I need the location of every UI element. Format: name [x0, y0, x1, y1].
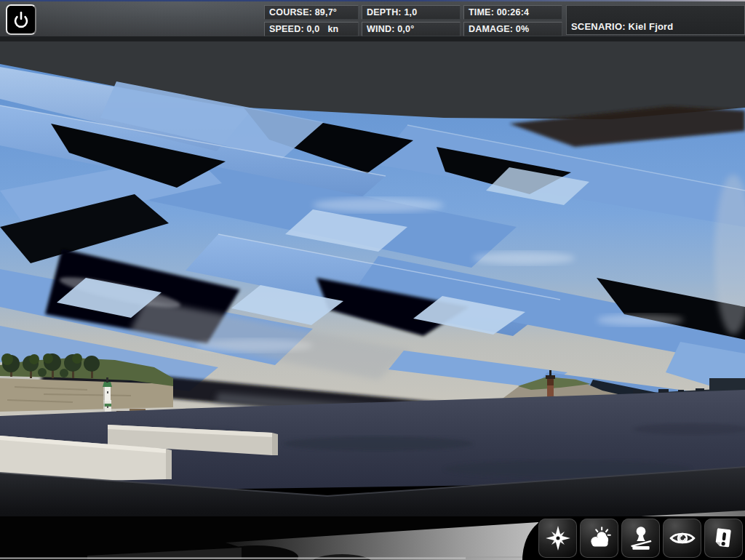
view-button[interactable]	[663, 519, 701, 558]
eye-icon	[669, 524, 696, 552]
time-readout: TIME: 00:26:4	[463, 5, 562, 20]
depth-readout: DEPTH: 1,0	[362, 5, 461, 20]
course-readout: COURSE: 89,7°	[264, 5, 359, 20]
compass-rose-icon	[544, 524, 572, 552]
stamp-icon	[627, 524, 655, 552]
scene-render	[0, 36, 745, 560]
compass-button[interactable]	[538, 519, 577, 558]
wind-readout: WIND: 0,0°	[362, 22, 461, 36]
letterbox-strip	[0, 36, 745, 41]
power-button[interactable]	[6, 4, 36, 35]
scenario-readout: SCENARIO: Kiel Fjord	[566, 5, 745, 35]
stamp-button[interactable]	[621, 519, 660, 558]
document-exclamation-icon	[710, 524, 738, 552]
power-icon	[12, 10, 31, 29]
scene-3d-view[interactable]	[0, 36, 745, 560]
weather-button[interactable]	[580, 519, 618, 558]
damage-readout: DAMAGE: 0%	[463, 22, 562, 36]
scenario-label: SCENARIO: Kiel Fjord	[571, 21, 674, 32]
hud-bar: COURSE: 89,7° SPEED: 0,0 kn DEPTH: 1,0 W…	[0, 1, 745, 36]
weather-icon	[586, 524, 613, 552]
exit-button[interactable]	[704, 519, 743, 558]
toolbar-panel	[522, 516, 745, 560]
speed-readout: SPEED: 0,0 kn	[264, 22, 359, 36]
